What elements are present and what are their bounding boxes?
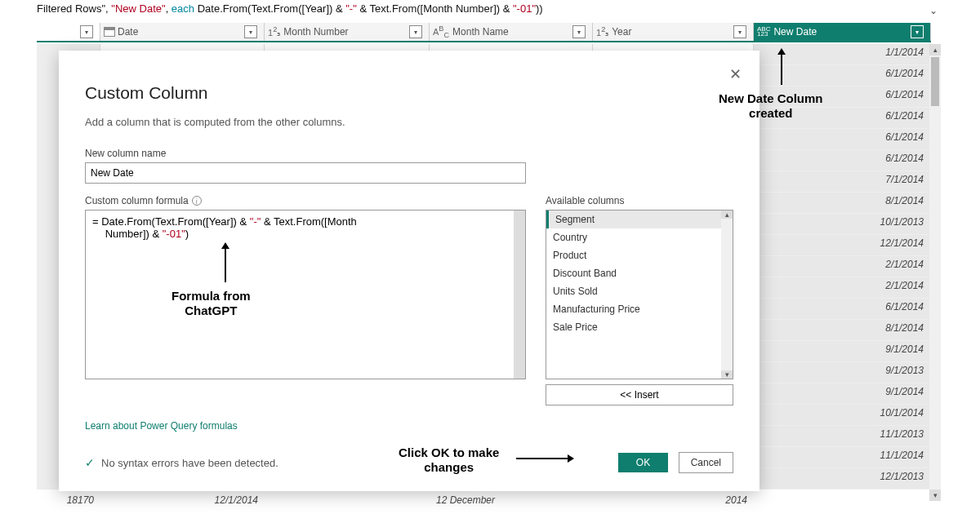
cell-new-date: 9/1/2014 (754, 383, 931, 405)
cell: 12/1/2014 (100, 494, 265, 511)
arrow-icon (516, 458, 573, 459)
filter-icon[interactable]: ▾ (733, 25, 746, 38)
grid-header: ▾ Date▾ 12₃Month Number▾ ABCMonth Name▾ … (37, 23, 931, 42)
filter-icon[interactable]: ▾ (911, 25, 924, 38)
col-header-month-name[interactable]: ABCMonth Name▾ (430, 23, 593, 41)
expand-icon[interactable]: ⌄ (929, 5, 938, 16)
annotation-column: New Date Column created (719, 91, 823, 121)
new-column-name-input[interactable] (85, 162, 526, 184)
cancel-button[interactable]: Cancel (679, 452, 733, 473)
learn-link[interactable]: Learn about Power Query formulas (85, 420, 238, 432)
available-column-item[interactable]: Discount Band (546, 264, 733, 282)
annotation-formula: Formula from ChatGPT (172, 289, 251, 318)
cell-new-date: 11/1/2013 (754, 426, 931, 447)
available-label: Available columns (546, 195, 733, 206)
custom-column-dialog: ✕ Custom Column Add a column that is com… (59, 51, 760, 491)
status-text: No syntax errors have been detected. (101, 457, 278, 469)
cell-new-date: 9/1/2013 (754, 362, 931, 383)
available-column-item[interactable]: Product (546, 246, 733, 264)
formula-bar: Filtered Rows", "New Date", each Date.Fr… (37, 2, 543, 15)
scroll-up-icon[interactable]: ▴ (929, 44, 941, 55)
cell-new-date: 10/1/2014 (754, 405, 931, 426)
available-column-item[interactable]: Sale Price (546, 318, 733, 336)
scroll-thumb[interactable] (931, 57, 939, 106)
cell-new-date: 6/1/2014 (754, 299, 931, 320)
row-index-header: ▾ (37, 23, 100, 41)
available-column-item[interactable]: Manufacturing Price (546, 300, 733, 318)
cell-new-date: 8/1/2014 (754, 320, 931, 341)
any-type-icon: ABC123 (757, 27, 770, 38)
cell-new-date: 10/1/2013 (754, 214, 931, 235)
cell-new-date: 6/1/2014 (754, 150, 931, 171)
available-column-item[interactable]: Country (546, 228, 733, 246)
dialog-subtitle: Add a column that is computed from the o… (85, 116, 733, 128)
number-type-icon: 12₃ (268, 25, 280, 38)
filter-icon[interactable]: ▾ (244, 25, 257, 38)
col-header-new-date[interactable]: ABC123New Date▾ (754, 23, 931, 41)
close-icon[interactable]: ✕ (729, 65, 742, 83)
cell-new-date: 12/1/2013 (754, 468, 931, 490)
insert-button[interactable]: << Insert (546, 384, 733, 405)
vertical-scrollbar[interactable]: ▴ ▾ (929, 44, 941, 501)
name-label: New column name (85, 148, 733, 159)
date-type-icon (104, 27, 115, 37)
cell-new-date: 11/1/2014 (754, 447, 931, 468)
scroll-down-icon[interactable]: ▾ (721, 370, 733, 379)
cell-new-date: 9/1/2014 (754, 341, 931, 362)
cell: 2014 (593, 494, 754, 511)
cell-new-date: 2/1/2014 (754, 277, 931, 299)
filter-icon[interactable]: ▾ (409, 25, 422, 38)
scrollbar[interactable]: ▴▾ (721, 210, 733, 379)
dialog-title: Custom Column (85, 83, 733, 103)
dropdown-icon[interactable]: ▾ (80, 25, 93, 38)
arrow-icon (781, 49, 782, 85)
info-icon[interactable]: i (192, 196, 202, 206)
scrollbar[interactable] (514, 210, 525, 379)
available-column-item[interactable]: Units Sold (546, 282, 733, 300)
available-columns-list[interactable]: SegmentCountryProductDiscount BandUnits … (546, 210, 733, 379)
scroll-up-icon[interactable]: ▴ (721, 210, 733, 219)
cell: 12 December (430, 494, 593, 511)
col-header-month-number[interactable]: 12₃Month Number▾ (265, 23, 430, 41)
row-index: 18170 (37, 494, 100, 511)
check-icon: ✓ (85, 456, 95, 469)
arrow-icon (225, 243, 226, 282)
formula-textarea[interactable]: = Date.From(Text.From([Year]) & "-" & Te… (85, 210, 526, 379)
col-header-date[interactable]: Date▾ (100, 23, 265, 41)
col-header-year[interactable]: 12₃Year▾ (593, 23, 754, 41)
cell-new-date: 2/1/2014 (754, 256, 931, 277)
cell-new-date: 12/1/2014 (754, 235, 931, 256)
available-column-item[interactable]: Segment (546, 210, 733, 228)
scroll-down-icon[interactable]: ▾ (929, 490, 941, 501)
text-type-icon: ABC (433, 24, 449, 39)
filter-icon[interactable]: ▾ (572, 25, 586, 38)
ok-button[interactable]: OK (618, 453, 668, 472)
formula-label: Custom column formulai (85, 195, 526, 206)
cell-new-date: 7/1/2014 (754, 171, 931, 193)
cell-new-date: 6/1/2014 (754, 129, 931, 150)
number-type-icon: 12₃ (596, 25, 608, 38)
cell-new-date: 8/1/2014 (754, 193, 931, 214)
annotation-ok: Click OK to make changes (399, 445, 499, 475)
